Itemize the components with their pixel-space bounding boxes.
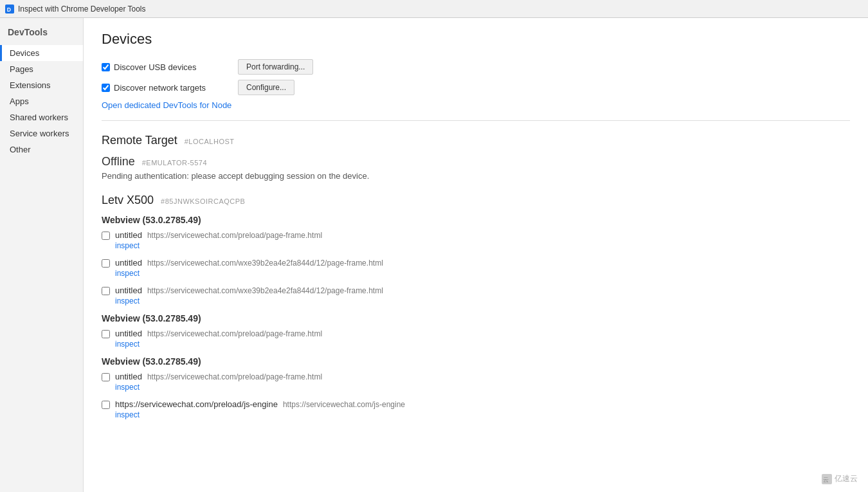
controls-section: Discover USB devices Port forwarding... … (102, 59, 850, 121)
webview-checkbox-3-1[interactable] (102, 373, 110, 381)
entry-url-1-1: https://servicewechat.com/preload/page-f… (147, 231, 322, 240)
offline-tag: #EMULATOR-5574 (142, 159, 207, 167)
sidebar: DevTools Devices Pages Extensions Apps S… (0, 18, 84, 492)
entry-name-3-2: https://servicewechat.com/preload/js-eng… (115, 399, 278, 409)
sidebar-item-shared-workers[interactable]: Shared workers (0, 109, 83, 125)
device-id: #85JNWKSOIRCAQCPB (161, 197, 245, 205)
webview-entry-1-2: untitled https://servicewechat.com/wxe39… (102, 258, 850, 278)
entry-name-3-1: untitled (115, 372, 142, 381)
discover-usb-label: Discover USB devices (102, 62, 230, 72)
svg-text:云: 云 (823, 477, 829, 483)
webview-entry-3-1: untitled https://servicewechat.com/prelo… (102, 372, 850, 392)
entry-url-1-2: https://servicewechat.com/wxe39b2ea4e2fa… (147, 259, 383, 268)
watermark-text: 亿速云 (835, 473, 858, 484)
svg-text:D: D (7, 6, 11, 12)
webview-checkbox-1-2[interactable] (102, 259, 110, 268)
discover-network-checkbox[interactable] (102, 84, 110, 92)
devtools-icon: D (5, 5, 14, 14)
entry-url-3-2: https://servicewechat.com/js-engine (283, 400, 405, 409)
title-bar-text: Inspect with Chrome Developer Tools (18, 5, 146, 14)
entry-url-1-3: https://servicewechat.com/wxe39b2ea4e2fa… (147, 286, 383, 295)
configure-button[interactable]: Configure... (238, 80, 294, 95)
entry-name-1-3: untitled (115, 286, 142, 295)
discover-usb-row: Discover USB devices Port forwarding... (102, 59, 850, 75)
discover-network-label: Discover network targets (102, 83, 230, 93)
sidebar-item-other[interactable]: Other (0, 141, 83, 158)
device-name: Letv X500 #85JNWKSOIRCAQCPB (102, 194, 850, 207)
inspect-link-1-1[interactable]: inspect (115, 241, 322, 250)
entry-name-2-1: untitled (115, 329, 142, 338)
title-bar: D Inspect with Chrome Developer Tools (0, 0, 868, 18)
main-content: Devices Discover USB devices Port forwar… (84, 18, 868, 492)
inspect-link-3-2[interactable]: inspect (115, 410, 405, 419)
discover-network-row: Discover network targets Configure... (102, 80, 850, 95)
remote-target-section: Remote Target #LOCALHOST (102, 134, 850, 147)
watermark-icon: 云 (822, 474, 832, 484)
entry-url-2-1: https://servicewechat.com/preload/page-f… (147, 329, 322, 338)
webview-checkbox-1-3[interactable] (102, 287, 110, 295)
entry-name-1-1: untitled (115, 230, 142, 240)
inspect-link-3-1[interactable]: inspect (115, 383, 322, 392)
port-forwarding-button[interactable]: Port forwarding... (238, 59, 313, 75)
devtools-node-link[interactable]: Open dedicated DevTools for Node (102, 100, 231, 110)
webview-title-2: Webview (53.0.2785.49) (102, 313, 850, 323)
sidebar-item-apps[interactable]: Apps (0, 93, 83, 109)
watermark: 云 亿速云 (822, 473, 858, 484)
sidebar-item-devices[interactable]: Devices (0, 45, 83, 61)
sidebar-brand: DevTools (0, 23, 83, 45)
webview-entry-1-3: untitled https://servicewechat.com/wxe39… (102, 286, 850, 305)
entry-url-3-1: https://servicewechat.com/preload/page-f… (147, 372, 322, 381)
page-title: Devices (102, 31, 850, 48)
discover-usb-checkbox[interactable] (102, 63, 110, 71)
remote-target-tag: #LOCALHOST (185, 138, 235, 145)
webview-entry-2-1: untitled https://servicewechat.com/prelo… (102, 329, 850, 349)
app-body: DevTools Devices Pages Extensions Apps S… (0, 18, 868, 492)
webview-checkbox-2-1[interactable] (102, 330, 110, 338)
webview-title-3: Webview (53.0.2785.49) (102, 356, 850, 367)
inspect-link-1-2[interactable]: inspect (115, 269, 383, 278)
inspect-link-2-1[interactable]: inspect (115, 340, 322, 349)
entry-name-1-2: untitled (115, 258, 142, 268)
webview-entry-1-1: untitled https://servicewechat.com/prelo… (102, 230, 850, 250)
inspect-link-1-3[interactable]: inspect (115, 296, 383, 305)
webview-title-1: Webview (53.0.2785.49) (102, 215, 850, 225)
sidebar-item-extensions[interactable]: Extensions (0, 77, 83, 93)
sidebar-item-service-workers[interactable]: Service workers (0, 125, 83, 141)
pending-message: Pending authentication: please accept de… (102, 171, 850, 181)
offline-status: Offline #EMULATOR-5574 (102, 155, 850, 169)
sidebar-item-pages[interactable]: Pages (0, 61, 83, 77)
webview-checkbox-1-1[interactable] (102, 232, 110, 240)
webview-entry-3-2: https://servicewechat.com/preload/js-eng… (102, 399, 850, 419)
webview-checkbox-3-2[interactable] (102, 401, 110, 409)
